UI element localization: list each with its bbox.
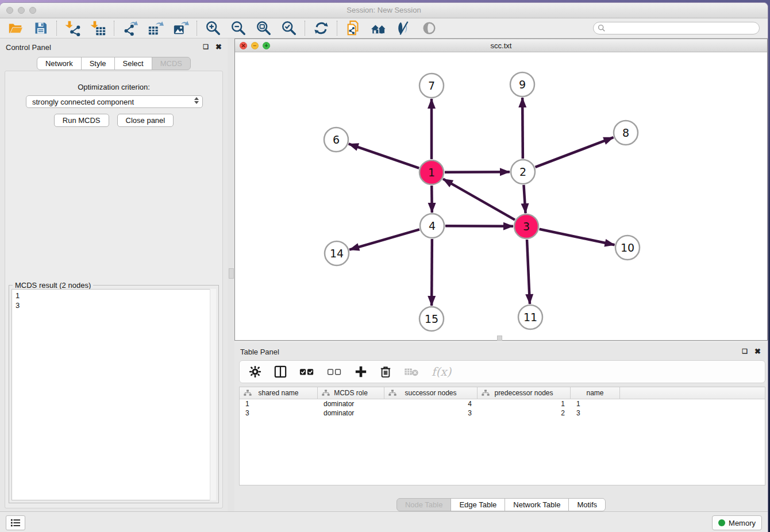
search-input[interactable] (593, 22, 760, 34)
table-row[interactable]: 1dominator411 (240, 399, 765, 408)
graph-edge-2-8[interactable] (536, 137, 614, 167)
task-menu-button[interactable] (6, 515, 25, 530)
select-all-icon[interactable] (299, 367, 314, 377)
graph-node-2[interactable]: 2 (511, 160, 535, 184)
graph-node-3[interactable]: 3 (514, 214, 538, 238)
tab-mcds[interactable]: MCDS (152, 57, 191, 70)
export-image-icon[interactable] (172, 20, 190, 37)
memory-label: Memory (729, 519, 756, 527)
graph-edge-3-1[interactable] (443, 179, 515, 219)
close-panel-button[interactable]: Close panel (117, 114, 174, 127)
panel-splitter[interactable] (228, 38, 234, 512)
column-header-shared-name[interactable]: shared name (240, 387, 318, 399)
network-graph[interactable]: 7968124314101511 (235, 52, 767, 340)
delete-column-icon[interactable] (380, 365, 391, 378)
graph-edge-2-3[interactable] (523, 185, 525, 213)
mcds-result-text[interactable]: 13 (11, 289, 216, 500)
svg-text:9: 9 (519, 78, 526, 91)
birdseye-view-icon[interactable] (421, 20, 438, 37)
graph-node-10[interactable]: 10 (615, 236, 640, 260)
save-session-icon[interactable] (32, 20, 49, 37)
duplicate-network-icon[interactable] (345, 20, 362, 37)
tab-select[interactable]: Select (114, 57, 152, 70)
network-frame-titlebar[interactable]: ✕ − + scc.txt (235, 39, 767, 52)
column-header-label: predecessor nodes (494, 389, 553, 397)
svg-text:1: 1 (428, 166, 435, 179)
table-row[interactable]: 3dominator323 (240, 408, 765, 418)
tab-motifs[interactable]: Motifs (568, 498, 606, 511)
tab-style[interactable]: Style (81, 57, 115, 70)
table-header-row: shared nameMCDS rolesuccessor nodesprede… (240, 387, 765, 399)
optimization-criterion-select[interactable]: strongly connected component (26, 95, 203, 108)
settings-gear-icon[interactable] (249, 365, 261, 378)
open-session-icon[interactable] (7, 20, 24, 37)
table-toolbar: f(x) (239, 360, 765, 383)
tab-node-table[interactable]: Node Table (396, 498, 452, 511)
title-bar: Session: New Session (0, 3, 768, 18)
graph-node-1[interactable]: 1 (419, 160, 444, 184)
function-builder-icon[interactable]: f(x) (432, 365, 451, 379)
graph-node-4[interactable]: 4 (420, 214, 444, 238)
graph-edge-4-15[interactable] (432, 239, 432, 306)
graph-edge-4-14[interactable] (349, 229, 419, 249)
delete-table-icon[interactable] (404, 367, 419, 377)
tab-network-table[interactable]: Network Table (505, 498, 569, 511)
table-body: 1dominator4113dominator323 (240, 399, 765, 418)
graph-edge-3-10[interactable] (540, 229, 615, 245)
column-header-label: MCDS role (334, 389, 368, 397)
run-mcds-button[interactable]: Run MCDS (54, 114, 109, 127)
search-field (593, 22, 760, 34)
table-panel-float-icon[interactable]: ❑ (742, 348, 748, 355)
column-header-successor-nodes[interactable]: successor nodes (384, 387, 478, 399)
graph-edge-1-6[interactable] (349, 144, 419, 168)
refresh-layout-icon[interactable] (313, 20, 330, 37)
import-network-icon[interactable] (64, 20, 82, 37)
result-scrollbar[interactable] (210, 289, 216, 500)
column-header-predecessor-nodes[interactable]: predecessor nodes (478, 387, 571, 399)
control-panel-float-icon[interactable]: ❑ (203, 43, 209, 51)
sitemap-icon (322, 390, 330, 396)
table-panel-close-icon[interactable]: ✖ (754, 347, 761, 356)
graph-edge-2-9[interactable] (522, 98, 523, 159)
import-table-icon[interactable] (90, 20, 107, 37)
graph-node-15[interactable]: 15 (419, 307, 444, 331)
export-table-icon[interactable] (147, 20, 164, 37)
sitemap-icon (388, 390, 396, 396)
zoom-selected-icon[interactable] (280, 20, 298, 37)
frame-resize-handle[interactable] (497, 336, 502, 341)
zoom-in-icon[interactable] (205, 20, 222, 37)
svg-text:15: 15 (425, 313, 438, 325)
column-header-MCDS-role[interactable]: MCDS role (318, 387, 384, 399)
graph-node-6[interactable]: 6 (324, 128, 348, 152)
tab-edge-table[interactable]: Edge Table (451, 498, 505, 511)
graph-edge-4-3[interactable] (445, 226, 513, 226)
tab-network[interactable]: Network (37, 57, 82, 70)
zoom-fit-icon[interactable] (255, 20, 272, 37)
column-header-name[interactable]: name (571, 387, 620, 399)
result-line: 3 (16, 300, 215, 310)
graph-node-9[interactable]: 9 (510, 72, 534, 97)
chevron-updown-icon (194, 97, 199, 104)
svg-text:14: 14 (330, 247, 344, 260)
graph-edge-3-11[interactable] (527, 240, 530, 304)
add-column-icon[interactable] (355, 365, 367, 378)
home-layout-icon[interactable] (370, 20, 387, 37)
column-layout-icon[interactable] (274, 365, 287, 378)
export-network-icon[interactable] (122, 20, 139, 37)
control-panel-close-icon[interactable]: ✖ (215, 43, 222, 51)
memory-button[interactable]: Memory (712, 515, 762, 530)
deselect-all-icon[interactable] (327, 367, 342, 377)
graph-node-8[interactable]: 8 (614, 121, 638, 145)
sitemap-icon (244, 390, 252, 396)
zoom-out-icon[interactable] (230, 20, 247, 37)
graph-edge-1-4[interactable] (432, 186, 432, 213)
svg-text:10: 10 (621, 241, 634, 254)
graph-node-11[interactable]: 11 (518, 305, 542, 329)
graph-edge-1-2[interactable] (445, 172, 510, 172)
graph-node-7[interactable]: 7 (419, 74, 444, 98)
optimization-criterion-value: strongly connected component (32, 98, 134, 106)
splitter-handle-icon[interactable] (229, 268, 234, 279)
graph-node-14[interactable]: 14 (325, 241, 349, 265)
main-toolbar (0, 18, 768, 38)
graphics-details-icon[interactable] (395, 20, 413, 37)
